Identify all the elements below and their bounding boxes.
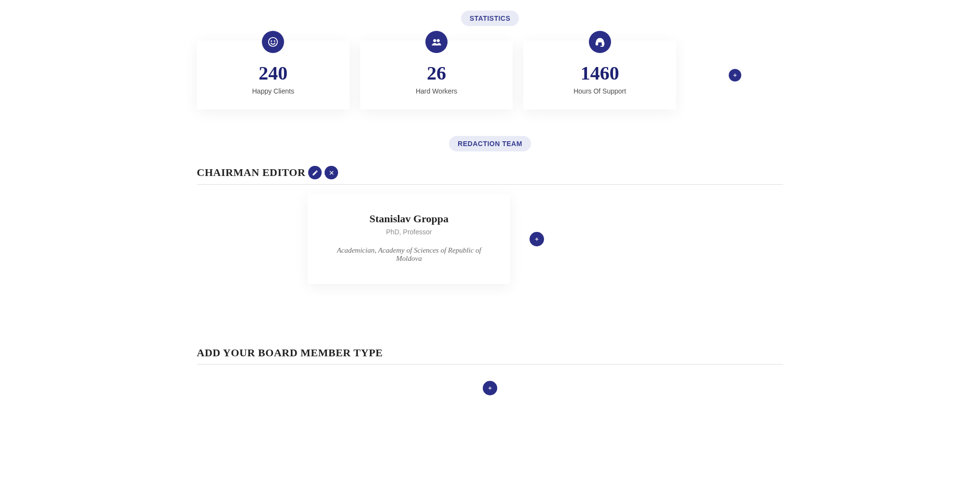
- stat-card-happy-clients: 240 Happy Clients: [197, 40, 350, 109]
- member-card: Stanislav Groppa PhD, Professor Academic…: [308, 194, 510, 284]
- redaction-team-badge: REDACTION TEAM: [449, 136, 531, 151]
- stat-card-hard-workers: 26 Hard Workers: [360, 40, 513, 109]
- stats-add-wrapper: [687, 40, 783, 109]
- svg-point-2: [274, 40, 275, 41]
- headset-icon: [589, 31, 611, 53]
- svg-point-3: [434, 40, 436, 42]
- chairman-editor-heading: CHAIRMAN EDITOR: [197, 166, 305, 179]
- svg-rect-5: [596, 42, 598, 45]
- member-description: Academician, Academy of Sciences of Repu…: [327, 246, 491, 263]
- stat-value: 1460: [533, 62, 667, 84]
- add-board-type-button[interactable]: [483, 381, 497, 395]
- stat-label: Hours Of Support: [533, 87, 667, 95]
- stat-card-hours-support: 1460 Hours Of Support: [523, 40, 676, 109]
- stat-value: 26: [370, 62, 504, 84]
- member-name: Stanislav Groppa: [327, 213, 491, 225]
- people-icon: [425, 31, 448, 53]
- redaction-badge-row: REDACTION TEAM: [197, 136, 783, 151]
- add-board-member-heading: ADD YOUR BOARD MEMBER TYPE: [197, 347, 783, 359]
- member-area: Stanislav Groppa PhD, Professor Academic…: [197, 185, 783, 303]
- stats-row: 240 Happy Clients 26 Hard Workers 1460 H…: [197, 40, 783, 109]
- smile-icon: [262, 31, 284, 53]
- svg-point-1: [271, 40, 272, 41]
- add-stat-button[interactable]: [729, 69, 741, 81]
- statistics-badge: STATISTICS: [461, 11, 519, 26]
- board-add-row: [197, 364, 783, 412]
- edit-team-button[interactable]: [308, 166, 322, 179]
- stat-label: Hard Workers: [370, 87, 504, 95]
- svg-rect-6: [602, 42, 604, 45]
- stat-value: 240: [206, 62, 340, 84]
- add-member-button[interactable]: [530, 232, 544, 246]
- svg-point-4: [437, 40, 440, 42]
- stat-label: Happy Clients: [206, 87, 340, 95]
- team-heading-row: CHAIRMAN EDITOR: [197, 166, 783, 179]
- svg-point-0: [269, 38, 277, 46]
- member-subtitle: PhD, Professor: [327, 228, 491, 236]
- statistics-badge-row: STATISTICS: [197, 11, 783, 26]
- delete-team-button[interactable]: [325, 166, 338, 179]
